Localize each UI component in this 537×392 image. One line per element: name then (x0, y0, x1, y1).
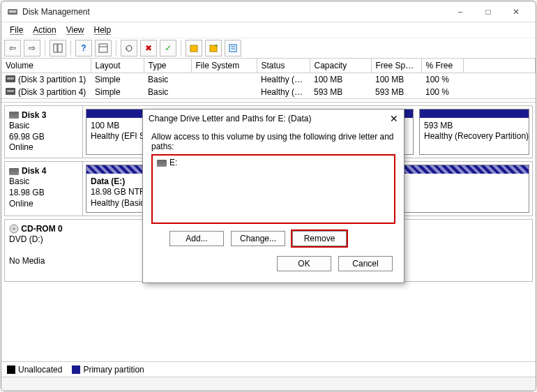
properties-button[interactable] (225, 40, 241, 56)
back-button[interactable]: ⇦ (4, 40, 21, 56)
svg-rect-1 (9, 10, 16, 13)
disk-icon (9, 168, 19, 175)
col-filesystem[interactable]: File System (191, 59, 257, 73)
partition[interactable]: 100 MBHealthy (EFI Sys (86, 109, 149, 155)
cdrom-icon (9, 224, 19, 234)
svg-rect-4 (99, 44, 107, 52)
ok-button[interactable]: OK (277, 256, 331, 271)
svg-text:+: + (215, 43, 218, 48)
swatch-unallocated (7, 365, 15, 374)
extend-button[interactable]: + (205, 40, 222, 56)
titlebar: Disk Management – □ ✕ (1, 1, 536, 22)
window-title: Disk Management (22, 7, 90, 17)
volume-icon (6, 75, 15, 82)
dialog-close-button[interactable]: ✕ (390, 113, 398, 124)
refresh-button[interactable] (121, 40, 137, 56)
menu-view[interactable]: View (62, 24, 89, 36)
svg-rect-6 (190, 45, 197, 52)
menu-file[interactable]: File (6, 24, 27, 36)
drive-icon (157, 160, 167, 167)
col-pctfree[interactable]: % Free (421, 59, 463, 73)
table-row[interactable]: (Disk 3 partition 4) Simple Basic Health… (1, 86, 536, 98)
volume-icon (6, 88, 15, 95)
status-bar (1, 377, 536, 391)
col-capacity[interactable]: Capacity (310, 59, 371, 73)
close-button[interactable]: ✕ (502, 2, 530, 22)
apply-button[interactable]: ✓ (160, 40, 176, 56)
change-drive-letter-dialog: Change Drive Letter and Paths for E: (Da… (142, 109, 404, 283)
minimize-button[interactable]: – (446, 2, 474, 22)
legend: Unallocated Primary partition (1, 361, 536, 377)
col-freespace[interactable]: Free Spa... (371, 59, 421, 73)
svg-point-13 (13, 228, 15, 230)
menu-action[interactable]: Action (29, 24, 60, 36)
disk-icon (9, 112, 19, 119)
menu-help[interactable]: Help (90, 24, 116, 36)
settings-button[interactable] (95, 40, 112, 56)
svg-rect-2 (54, 44, 57, 52)
remove-button[interactable]: Remove (292, 231, 347, 246)
add-button[interactable]: Add... (169, 231, 224, 246)
svg-rect-9 (229, 45, 236, 52)
volume-table[interactable]: Volume Layout Type File System Status Ca… (1, 59, 536, 98)
dialog-prompt: Allow access to this volume by using the… (151, 132, 395, 151)
forward-button[interactable]: ⇨ (24, 40, 40, 56)
menu-bar: File Action View Help (1, 22, 536, 38)
toolbar: ⇦ ⇨ ? ✖ ✓ + (1, 38, 536, 59)
new-volume-button[interactable] (186, 40, 202, 56)
col-volume[interactable]: Volume (1, 59, 91, 73)
drive-paths-listbox[interactable]: E: (151, 154, 395, 224)
app-icon (7, 6, 18, 17)
change-button[interactable]: Change... (231, 231, 285, 246)
col-status[interactable]: Status (257, 59, 310, 73)
partition[interactable]: 593 MBHealthy (Recovery Partition) (419, 109, 529, 155)
view-toggle-button[interactable] (50, 40, 66, 56)
col-type[interactable]: Type (144, 59, 191, 73)
dialog-title: Change Drive Letter and Paths for E: (Da… (149, 114, 311, 123)
swatch-primary (72, 365, 80, 374)
svg-rect-3 (58, 44, 62, 52)
table-row[interactable]: (Disk 3 partition 1) Simple Basic Health… (1, 73, 536, 86)
cancel-button[interactable]: Cancel (338, 256, 393, 271)
delete-button[interactable]: ✖ (140, 40, 157, 56)
help-button[interactable]: ? (75, 40, 92, 56)
list-item[interactable]: E: (153, 156, 394, 169)
col-layout[interactable]: Layout (91, 59, 144, 73)
maximize-button[interactable]: □ (474, 2, 502, 22)
